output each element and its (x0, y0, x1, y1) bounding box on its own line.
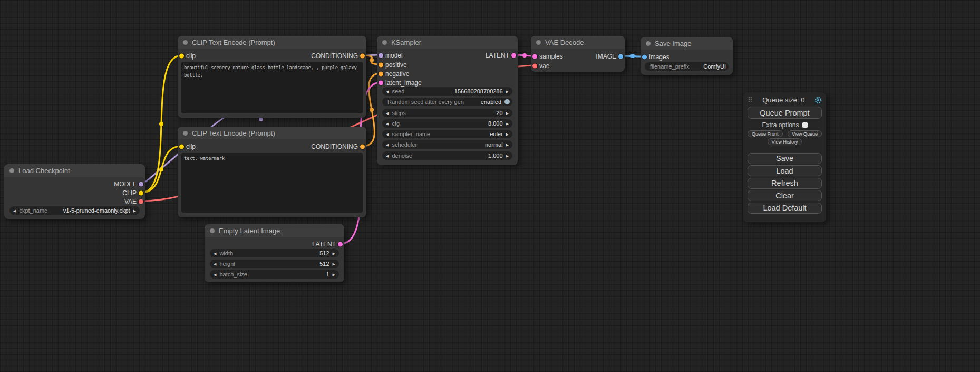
node-title-bar[interactable]: CLIP Text Encode (Prompt) (178, 36, 366, 49)
increment-arrow-icon[interactable]: ▶ (506, 111, 509, 115)
save-button[interactable]: Save (748, 153, 822, 164)
queue-size-label: Queue size: 0 (762, 96, 804, 104)
output-dot-image[interactable] (618, 54, 623, 59)
settings-gear-icon[interactable] (814, 97, 822, 104)
widget-filename-prefix[interactable]: filename_prefix ComfyUI (645, 62, 729, 71)
output-dot-conditioning[interactable] (360, 144, 365, 149)
node-ksampler[interactable]: KSampler model LATENT positive negative … (377, 36, 518, 165)
output-slot-model: MODEL (4, 180, 145, 188)
decrement-arrow-icon[interactable]: ◀ (214, 252, 216, 255)
widget-ckpt-name[interactable]: ◀ ckpt_name v1-5-pruned-emaonly.ckpt ▶ (9, 206, 140, 215)
input-dot-images[interactable] (642, 54, 647, 59)
widget-value: 20 (496, 110, 502, 116)
increment-arrow-icon[interactable]: ▶ (133, 209, 136, 213)
clear-button[interactable]: Clear (748, 190, 822, 201)
node-title-bar[interactable]: Empty Latent Image (205, 224, 344, 237)
load-button[interactable]: Load (748, 165, 822, 176)
input-dot-latent-image[interactable] (379, 80, 383, 85)
increment-arrow-icon[interactable]: ▶ (506, 90, 509, 93)
widget-seed[interactable]: ◀ seed 156680208700286 ▶ (382, 87, 512, 96)
output-dot-vae[interactable] (139, 199, 143, 204)
output-label: IMAGE (596, 53, 616, 60)
load-default-button[interactable]: Load Default (748, 203, 822, 214)
node-graph-canvas[interactable]: Load Checkpoint MODEL CLIP VAE ◀ ckpt_na… (0, 0, 980, 372)
increment-arrow-icon[interactable]: ▶ (506, 143, 509, 147)
collapse-dot-icon[interactable] (210, 228, 215, 233)
widget-batch-size[interactable]: ◀ batch_size 1 ▶ (210, 270, 339, 279)
extra-options-checkbox[interactable] (802, 122, 808, 128)
queue-front-button[interactable]: Queue Front (748, 130, 783, 137)
widget-denoise[interactable]: ◀ denoise 1.000 ▶ (382, 151, 512, 160)
widget-name: width (219, 250, 233, 256)
widget-width[interactable]: ◀ width 512 ▶ (210, 249, 339, 257)
node-title-bar[interactable]: Save Image (641, 37, 733, 50)
refresh-button[interactable]: Refresh (748, 178, 822, 189)
collapse-dot-icon[interactable] (183, 131, 188, 136)
output-dot-latent[interactable] (511, 53, 516, 58)
output-slot-conditioning: CONDITIONING (178, 142, 366, 150)
output-label: CONDITIONING (311, 52, 358, 60)
collapse-dot-icon[interactable] (536, 40, 541, 45)
widget-steps[interactable]: ◀ steps 20 ▶ (382, 109, 512, 117)
node-vae-decode[interactable]: VAE Decode samples IMAGE vae (531, 36, 625, 72)
widget-value: ComfyUI (703, 63, 726, 70)
view-queue-button[interactable]: View Queue (788, 130, 822, 137)
node-clip-text-encode-negative[interactable]: CLIP Text Encode (Prompt) clip CONDITION… (178, 127, 366, 217)
prompt-text-area[interactable]: beautiful scenery nature glass bottle la… (181, 62, 363, 113)
decrement-arrow-icon[interactable]: ◀ (386, 122, 389, 126)
increment-arrow-icon[interactable]: ▶ (506, 132, 509, 136)
node-empty-latent-image[interactable]: Empty Latent Image LATENT ◀ width 512 ▶ … (205, 224, 344, 282)
increment-arrow-icon[interactable]: ▶ (333, 273, 335, 276)
widget-value: euler (490, 131, 502, 137)
node-title-bar[interactable]: VAE Decode (531, 36, 625, 49)
node-save-image[interactable]: Save Image images filename_prefix ComfyU… (641, 37, 733, 75)
decrement-arrow-icon[interactable]: ◀ (386, 132, 389, 136)
collapse-dot-icon[interactable] (183, 40, 188, 45)
output-dot-conditioning[interactable] (360, 53, 365, 58)
decrement-arrow-icon[interactable]: ◀ (386, 154, 389, 158)
output-label: MODEL (114, 180, 137, 188)
input-slot-latent-image: latent_image (377, 79, 518, 87)
increment-arrow-icon[interactable]: ▶ (506, 122, 509, 126)
decrement-arrow-icon[interactable]: ◀ (386, 111, 389, 115)
widget-cfg[interactable]: ◀ cfg 8.000 ▶ (382, 119, 512, 128)
increment-arrow-icon[interactable]: ▶ (333, 262, 335, 266)
prompt-text-area[interactable]: text, watermark (181, 153, 363, 213)
node-title-bar[interactable]: CLIP Text Encode (Prompt) (178, 127, 366, 139)
queue-buttons-row: Queue Front View Queue (748, 130, 822, 137)
increment-arrow-icon[interactable]: ▶ (506, 154, 509, 158)
node-title: KSampler (391, 39, 421, 46)
link-midpoint-dot (259, 117, 263, 121)
node-title-bar[interactable]: KSampler (377, 36, 518, 49)
widget-value: 1.000 (488, 152, 503, 159)
collapse-dot-icon[interactable] (9, 168, 14, 173)
widget-scheduler[interactable]: ◀ scheduler normal ▶ (382, 140, 512, 149)
widget-random-seed[interactable]: Random seed after every gen enabled (382, 98, 512, 106)
widget-height[interactable]: ◀ height 512 ▶ (210, 260, 339, 268)
queue-prompt-button[interactable]: Queue Prompt (748, 107, 822, 119)
decrement-arrow-icon[interactable]: ◀ (214, 262, 216, 266)
node-clip-text-encode-positive[interactable]: CLIP Text Encode (Prompt) clip CONDITION… (178, 36, 366, 118)
view-history-button[interactable]: View History (768, 138, 802, 145)
input-dot-negative[interactable] (379, 71, 383, 76)
increment-arrow-icon[interactable]: ▶ (333, 252, 335, 255)
widget-name: filename_prefix (650, 63, 690, 70)
decrement-arrow-icon[interactable]: ◀ (386, 90, 389, 93)
decrement-arrow-icon[interactable]: ◀ (13, 209, 16, 213)
decrement-arrow-icon[interactable]: ◀ (214, 273, 216, 276)
output-label: CLIP (122, 189, 137, 197)
output-dot-clip[interactable] (139, 190, 143, 195)
random-seed-toggle-knob[interactable] (504, 99, 510, 104)
collapse-dot-icon[interactable] (382, 40, 387, 45)
input-dot-vae[interactable] (532, 63, 537, 68)
collapse-dot-icon[interactable] (646, 41, 651, 46)
decrement-arrow-icon[interactable]: ◀ (386, 143, 389, 147)
node-title-bar[interactable]: Load Checkpoint (4, 164, 145, 177)
output-dot-model[interactable] (139, 182, 143, 186)
output-dot-latent[interactable] (338, 242, 343, 246)
output-slot-conditioning: CONDITIONING (178, 52, 366, 60)
node-load-checkpoint[interactable]: Load Checkpoint MODEL CLIP VAE ◀ ckpt_na… (4, 164, 145, 219)
input-dot-positive[interactable] (379, 62, 383, 67)
widget-sampler-name[interactable]: ◀ sampler_name euler ▶ (382, 130, 512, 138)
drag-handle-icon[interactable]: ⠿ (748, 96, 753, 104)
